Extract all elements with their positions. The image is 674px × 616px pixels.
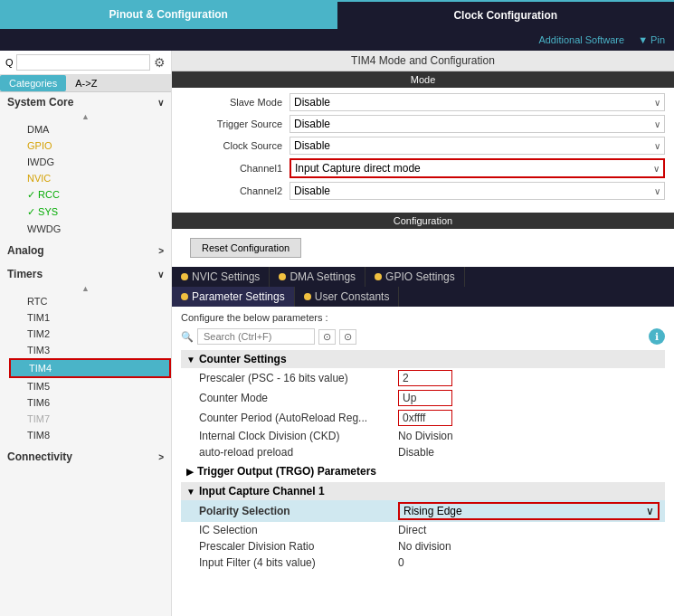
trigger-source-select[interactable]: Disable ∨ (290, 115, 665, 133)
settings-tabs-row2: Parameter Settings User Constants (172, 287, 674, 307)
channel2-arrow: ∨ (654, 186, 660, 196)
expand-arrow-timers: ▲ (2, 284, 169, 293)
slave-mode-row: Slave Mode Disable ∨ (181, 93, 665, 111)
group-header-timers[interactable]: Timers ∨ (0, 264, 171, 284)
clock-source-label: Clock Source (181, 140, 290, 151)
search-input[interactable] (16, 54, 150, 71)
param-desc: Configure the below parameters : (181, 312, 665, 323)
channel1-arrow: ∨ (653, 164, 660, 174)
sidebar-item-nvic[interactable]: NVIC (9, 170, 171, 186)
auto-reload-row: auto-reload preload Disable (181, 444, 665, 460)
input-filter-label: Input Filter (4 bits value) (199, 556, 398, 569)
main-container: Q ⚙ Categories A->Z System Core ∨ ▲ DMA … (0, 51, 674, 616)
sidebar-item-tim1[interactable]: TIM1 (9, 309, 171, 326)
group-header-connectivity[interactable]: Connectivity > (0, 447, 171, 467)
internal-clock-label: Internal Clock Division (CKD) (199, 430, 398, 442)
sidebar-item-tim2[interactable]: TIM2 (9, 326, 171, 342)
channel1-select[interactable]: Input Capture direct mode ∨ (290, 158, 665, 178)
prescaler-row: Prescaler (PSC - 16 bits value) 2 (181, 368, 665, 388)
chevron-timers: ∨ (157, 270, 164, 280)
top-tabs: Pinout & Configuration Clock Configurati… (0, 0, 674, 29)
sidebar-item-sys[interactable]: ✓ SYS (9, 204, 171, 221)
slave-mode-label: Slave Mode (181, 97, 290, 108)
counter-period-row: Counter Period (AutoReload Reg... 0xffff (181, 408, 665, 428)
search-label: Q (5, 57, 14, 68)
sidebar-item-rtc[interactable]: RTC (9, 293, 171, 309)
sidebar-item-tim8[interactable]: TIM8 (9, 427, 171, 443)
input-capture-section: ▼ Input Capture Channel 1 Polarity Selec… (181, 482, 665, 571)
sidebar-item-tim5[interactable]: TIM5 (9, 378, 171, 394)
prescaler-label: Prescaler (PSC - 16 bits value) (199, 372, 398, 384)
param-search-input[interactable] (197, 328, 315, 345)
sidebar-item-tim7: TIM7 (9, 411, 171, 427)
gpio-dot (375, 273, 382, 280)
additional-software-link[interactable]: Additional Software (538, 34, 624, 45)
group-header-analog[interactable]: Analog > (0, 241, 171, 261)
config-section-header: Configuration (172, 213, 674, 229)
trigger-chevron: ▶ (186, 467, 194, 477)
counter-period-value[interactable]: 0xffff (398, 410, 452, 426)
slave-mode-arrow: ∨ (654, 98, 660, 108)
reset-section: Reset Configuration (172, 229, 674, 267)
nvic-dot (181, 273, 188, 280)
input-capture-chevron: ▼ (186, 487, 195, 497)
sidebar-item-tim6[interactable]: TIM6 (9, 394, 171, 411)
tab-gpio-settings[interactable]: GPIO Settings (365, 267, 465, 287)
counter-mode-row: Counter Mode Up (181, 388, 665, 408)
input-capture-header[interactable]: ▼ Input Capture Channel 1 (181, 482, 665, 500)
sidebar-item-iwdg[interactable]: IWDG (9, 154, 171, 170)
tab-parameter-settings[interactable]: Parameter Settings (172, 287, 295, 307)
polarity-select[interactable]: Rising Edge ∨ (398, 502, 660, 520)
polarity-arrow: ∨ (646, 505, 654, 517)
internal-clock-value: No Division (398, 430, 453, 442)
sidebar-item-wwdg[interactable]: WWDG (9, 221, 171, 237)
sidebar-item-tim3[interactable]: TIM3 (9, 342, 171, 358)
counter-period-label: Counter Period (AutoReload Reg... (199, 412, 398, 424)
counter-settings-header[interactable]: ▼ Counter Settings (181, 350, 665, 368)
sidebar-item-tim4[interactable]: TIM4 (9, 358, 171, 378)
reset-config-button[interactable]: Reset Configuration (190, 238, 301, 258)
channel2-label: Channel2 (181, 185, 290, 196)
prescaler-division-label: Prescaler Division Ratio (199, 540, 398, 553)
expand-arrow-system-core: ▲ (2, 112, 169, 121)
counter-settings-section: ▼ Counter Settings Prescaler (PSC - 16 b… (181, 350, 665, 460)
ic-selection-row: IC Selection Direct (181, 522, 665, 538)
sidebar-item-dma[interactable]: DMA (9, 121, 171, 137)
group-connectivity: Connectivity > (0, 447, 171, 467)
param-dot (181, 293, 188, 300)
group-system-core: System Core ∨ ▲ DMA GPIO IWDG NVIC ✓ RCC… (0, 92, 171, 237)
ic-selection-value: Direct (398, 524, 426, 536)
clock-source-select[interactable]: Disable ∨ (290, 137, 665, 155)
tab-nvic-settings[interactable]: NVIC Settings (172, 267, 270, 287)
trigger-output-header[interactable]: ▶ Trigger Output (TRGO) Parameters (181, 462, 665, 480)
pin-link[interactable]: ▼ Pin (638, 34, 665, 45)
clock-source-row: Clock Source Disable ∨ (181, 137, 665, 155)
tab-dma-settings[interactable]: DMA Settings (270, 267, 365, 287)
sidebar-item-gpio[interactable]: GPIO (9, 137, 171, 154)
connectivity-label: Connectivity (7, 450, 72, 463)
tab-pinout[interactable]: Pinout & Configuration (0, 0, 337, 29)
info-button[interactable]: ℹ (649, 328, 665, 345)
trigger-output-section: ▶ Trigger Output (TRGO) Parameters (181, 462, 665, 480)
counter-settings-label: Counter Settings (199, 353, 287, 365)
system-core-items: DMA GPIO IWDG NVIC ✓ RCC ✓ SYS WWDG (0, 121, 171, 237)
channel1-label: Channel1 (181, 163, 290, 174)
prev-button[interactable]: ⊙ (318, 329, 336, 345)
tab-clock[interactable]: Clock Configuration (337, 0, 675, 29)
counter-mode-label: Counter Mode (199, 392, 398, 404)
prescaler-value[interactable]: 2 (398, 370, 452, 386)
dma-dot (279, 273, 286, 280)
tab-categories[interactable]: Categories (0, 75, 66, 91)
sub-header: Additional Software ▼ Pin (0, 29, 674, 51)
sidebar-item-rcc[interactable]: ✓ RCC (9, 186, 171, 204)
group-header-system-core[interactable]: System Core ∨ (0, 92, 171, 112)
next-button[interactable]: ⊙ (339, 329, 356, 345)
slave-mode-select[interactable]: Disable ∨ (290, 93, 665, 111)
gear-icon[interactable]: ⚙ (154, 55, 166, 70)
tab-user-constants[interactable]: User Constants (295, 287, 400, 307)
counter-mode-value[interactable]: Up (398, 390, 452, 406)
group-analog: Analog > (0, 241, 171, 261)
channel2-row: Channel2 Disable ∨ (181, 182, 665, 200)
tab-az[interactable]: A->Z (66, 75, 106, 91)
channel2-select[interactable]: Disable ∨ (290, 182, 665, 200)
